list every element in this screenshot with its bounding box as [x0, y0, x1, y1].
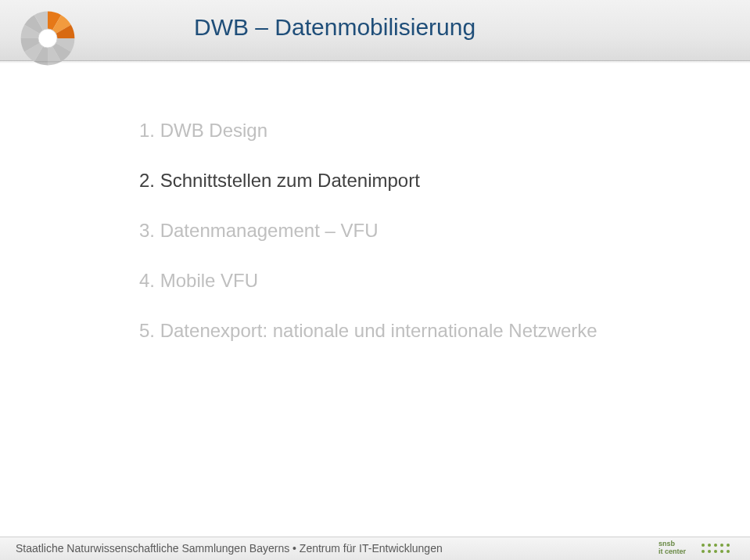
- slide-title: DWB – Datenmobilisierung: [194, 14, 475, 41]
- svg-point-9: [714, 550, 717, 553]
- svg-point-10: [720, 550, 723, 553]
- svg-point-8: [708, 550, 711, 553]
- footer-logo-text: snsb it center: [658, 540, 686, 556]
- list-item-text: Schnittstellen zum Datenimport: [160, 170, 420, 191]
- list-item-text: Datenmanagement – VFU: [160, 220, 379, 241]
- svg-point-7: [702, 550, 705, 553]
- sunburst-logo-icon: [14, 5, 81, 72]
- list-item: 1. DWB Design: [139, 119, 655, 142]
- list-item: 3. Datenmanagement – VFU: [139, 219, 655, 242]
- list-item: 5. Datenexport: nationale und internatio…: [139, 319, 655, 343]
- list-item-text: Mobile VFU: [160, 270, 258, 291]
- footer-band: Staatliche Naturwissenschaftliche Sammlu…: [0, 537, 750, 560]
- footer-text: Staatliche Naturwissenschaftliche Sammlu…: [16, 542, 443, 555]
- slide: DWB – Datenmobilisierung 1. DWB Design 2…: [0, 0, 750, 560]
- list-item-text: Datenexport: nationale und international…: [160, 320, 597, 341]
- list-item-number: 1.: [139, 120, 155, 141]
- list-item: 4. Mobile VFU: [139, 269, 655, 293]
- header-band: DWB – Datenmobilisierung: [0, 0, 750, 61]
- content-list: 1. DWB Design 2. Schnittstellen zum Date…: [139, 119, 655, 369]
- svg-point-4: [714, 544, 717, 547]
- footer-logo-line2: it center: [658, 547, 686, 555]
- list-item-text: DWB Design: [160, 120, 267, 141]
- list-item: 2. Schnittstellen zum Datenimport: [139, 169, 655, 192]
- footer-logo-line1: snsb: [658, 540, 675, 547]
- svg-point-3: [708, 544, 711, 547]
- list-item-number: 3.: [139, 220, 155, 241]
- svg-point-11: [727, 550, 730, 553]
- svg-point-6: [727, 544, 730, 547]
- list-item-number: 2.: [139, 170, 155, 191]
- svg-point-5: [720, 544, 723, 547]
- svg-point-2: [702, 544, 705, 547]
- snsb-footer-logo-icon: [689, 540, 734, 558]
- list-item-number: 4.: [139, 270, 155, 291]
- list-item-number: 5.: [139, 320, 155, 341]
